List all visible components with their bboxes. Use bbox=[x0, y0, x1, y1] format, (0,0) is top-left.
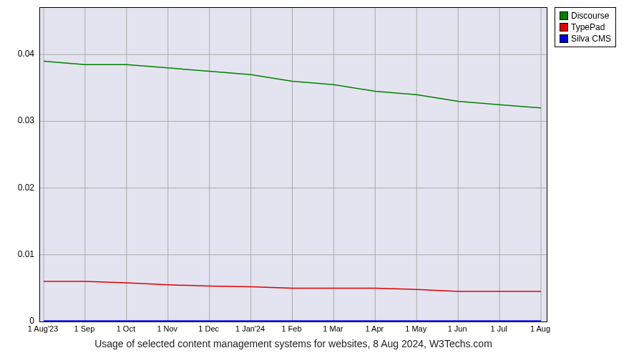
legend-label: Silva CMS bbox=[571, 33, 611, 44]
legend-row: Discourse bbox=[560, 10, 611, 21]
legend-swatch bbox=[560, 23, 568, 32]
xtick-label: 1 Jan'24 bbox=[235, 324, 265, 333]
xtick-label: 1 Jul bbox=[490, 324, 507, 333]
xtick-label: 1 Jun bbox=[448, 324, 467, 333]
xtick-label: 1 Oct bbox=[117, 324, 135, 333]
xtick-label: 1 Feb bbox=[281, 324, 301, 333]
xtick-label: 1 Sep bbox=[74, 324, 95, 333]
ytick-label: 0.01 bbox=[0, 249, 34, 259]
xtick-label: 1 Apr bbox=[365, 324, 384, 333]
xtick-label: 1 Aug bbox=[530, 324, 550, 333]
legend-swatch bbox=[560, 11, 568, 20]
legend-swatch bbox=[560, 34, 568, 43]
plot-area bbox=[39, 7, 547, 322]
legend-label: Discourse bbox=[571, 10, 609, 21]
xtick-label: 1 Mar bbox=[323, 324, 343, 333]
chart-container: 00.010.020.030.04 1 Aug'231 Sep1 Oct1 No… bbox=[0, 0, 644, 358]
xtick-label: 1 Dec bbox=[198, 324, 219, 333]
chart-caption: Usage of selected content management sys… bbox=[0, 338, 587, 349]
legend-row: Silva CMS bbox=[560, 33, 611, 44]
legend-row: TypePad bbox=[560, 21, 611, 33]
chart-lines bbox=[40, 8, 547, 321]
ytick-label: 0.02 bbox=[0, 183, 34, 193]
legend-label: TypePad bbox=[571, 21, 605, 33]
legend: DiscourseTypePadSilva CMS bbox=[555, 7, 616, 47]
xtick-label: 1 Aug'23 bbox=[28, 324, 58, 333]
xtick-label: 1 May bbox=[405, 324, 426, 333]
xtick-label: 1 Nov bbox=[157, 324, 177, 333]
ytick-label: 0.04 bbox=[0, 49, 34, 59]
ytick-label: 0.03 bbox=[0, 115, 34, 125]
